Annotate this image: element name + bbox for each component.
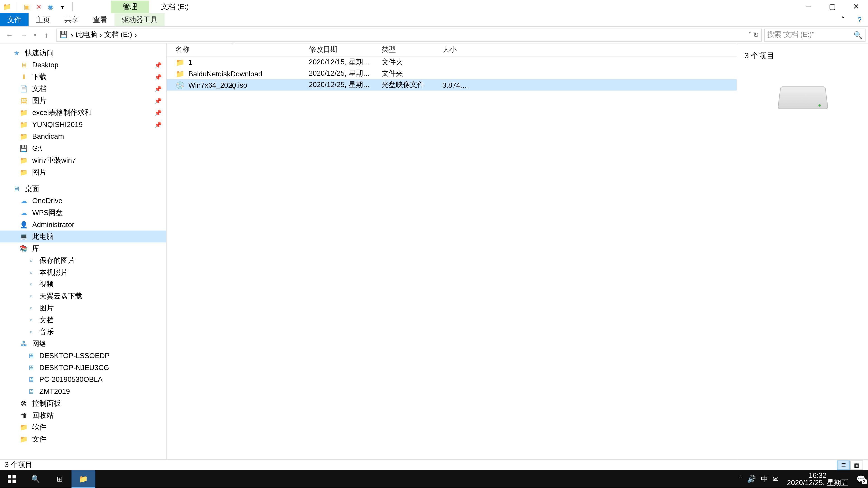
cloud-icon: ☁	[19, 196, 29, 205]
qat-dropdown-icon[interactable]: ▾	[58, 2, 67, 11]
column-name[interactable]: ˄名称	[167, 45, 301, 55]
ribbon-tab-drive-tools[interactable]: 驱动器工具	[114, 13, 164, 26]
file-type: 光盘映像文件	[373, 80, 434, 90]
tree-network-item[interactable]: 🖥ZMT2019	[0, 385, 166, 397]
view-thumbnails-button[interactable]: ▦	[850, 460, 863, 470]
forward-button[interactable]: →	[17, 28, 31, 42]
file-date: 2020/12/25, 星期五 1...	[301, 68, 373, 78]
network-icon: 🖧	[19, 339, 29, 348]
tree-qa-item[interactable]: 📁excel表格制作求和📌	[0, 107, 166, 119]
ribbon-collapse-icon[interactable]: ˄	[835, 13, 851, 26]
library-item-icon: ▫	[26, 303, 36, 313]
breadcrumb-current[interactable]: › 文档 (E:) ›	[99, 30, 137, 40]
tree-qa-item[interactable]: 💾G:\	[0, 142, 166, 154]
tray-app-icon[interactable]: ✉	[773, 475, 778, 483]
details-pane: 3 个项目	[737, 43, 868, 459]
column-type[interactable]: 类型	[373, 45, 434, 55]
tree-desktop-item[interactable]: ☁WPS网盘	[0, 207, 166, 219]
file-row[interactable]: 📁BaiduNetdiskDownload2020/12/25, 星期五 1..…	[167, 68, 737, 79]
tree-control-panel[interactable]: 🛠控制面板	[0, 397, 166, 410]
action-center-icon[interactable]: 💬3	[857, 475, 866, 483]
qat-delete-icon[interactable]: ✕	[34, 2, 43, 11]
folder-icon: 📁	[19, 156, 29, 165]
tree-desktop-item[interactable]: 📚库	[0, 242, 166, 254]
file-row[interactable]: 📁12020/12/15, 星期二 1...文件夹	[167, 57, 737, 68]
folder-icon: 📁	[19, 120, 29, 129]
file-size: 3,874,126...	[434, 80, 476, 89]
tree-network-item[interactable]: 🖥DESKTOP-NJEU3CG	[0, 362, 166, 374]
search-input[interactable]: 搜索"文档 (E:)" 🔍	[764, 28, 866, 41]
ribbon-tab-view[interactable]: 查看	[86, 13, 115, 26]
lib-icon: 📚	[19, 244, 29, 253]
qat-properties-icon[interactable]: ▣	[22, 2, 32, 11]
tree-library-item[interactable]: ▫音乐	[0, 326, 166, 338]
ribbon-tab-home[interactable]: 主页	[29, 13, 57, 26]
tree-qa-item[interactable]: 📄文档📌	[0, 83, 166, 95]
tree-qa-item[interactable]: 🖥Desktop📌	[0, 59, 166, 71]
start-button[interactable]	[0, 470, 24, 488]
ime-indicator[interactable]: 中	[761, 474, 768, 484]
tree-library-item[interactable]: ▫保存的图片	[0, 254, 166, 266]
tree-network-item[interactable]: 🖥PC-20190530OBLA	[0, 373, 166, 385]
tree-desktop[interactable]: 🖥桌面	[0, 183, 166, 195]
view-details-button[interactable]: ☰	[837, 460, 850, 470]
sort-asc-icon: ˄	[232, 42, 235, 48]
tree-network-item[interactable]: 🖥DESKTOP-LSSOEDP	[0, 350, 166, 362]
volume-icon[interactable]: 🔊	[747, 475, 756, 483]
tree-library-item[interactable]: ▫文档	[0, 314, 166, 326]
column-headers: ˄名称 修改日期 类型 大小	[167, 43, 737, 57]
tree-library-item[interactable]: ▫本机照片	[0, 266, 166, 278]
library-item-icon: ▫	[26, 327, 36, 337]
tree-qa-item[interactable]: 📁Bandicam	[0, 131, 166, 142]
help-icon[interactable]: ?	[851, 13, 868, 26]
close-button[interactable]: ✕	[844, 0, 868, 13]
column-date[interactable]: 修改日期	[301, 45, 373, 55]
tree-qa-item[interactable]: 📁图片	[0, 166, 166, 178]
tree-recycle-bin[interactable]: 🗑回收站	[0, 410, 166, 421]
file-list[interactable]: ˄名称 修改日期 类型 大小 📁12020/12/15, 星期二 1...文件夹…	[167, 43, 737, 459]
taskbar-explorer[interactable]: 📁	[71, 470, 95, 488]
tree-desktop-item[interactable]: 💻此电脑	[0, 231, 166, 242]
task-view-button[interactable]: ⊞	[48, 470, 71, 488]
back-button[interactable]: ←	[2, 28, 17, 42]
recent-dropdown-icon[interactable]: ▾	[31, 28, 39, 42]
minimize-button[interactable]: ─	[796, 0, 820, 13]
ribbon-tab-file[interactable]: 文件	[0, 13, 29, 26]
file-row[interactable]: 💿Win7x64_2020.iso2020/12/25, 星期五 1...光盘映…	[167, 79, 737, 91]
ribbon-context-tab[interactable]: 管理	[111, 0, 149, 13]
tree-library-item[interactable]: ▫天翼云盘下载	[0, 290, 166, 302]
address-dropdown-icon[interactable]: ˅	[748, 31, 752, 39]
folder-icon: 📁	[175, 57, 185, 67]
cloud-icon: ☁	[19, 208, 29, 217]
clock[interactable]: 16:32 2020/12/25, 星期五	[783, 472, 852, 486]
tree-library-item[interactable]: ▫视频	[0, 278, 166, 290]
tree-desktop-item[interactable]: 👤Administrator	[0, 219, 166, 231]
address-bar[interactable]: 💾 › 此电脑 › 文档 (E:) › ˅ ↻	[56, 28, 762, 41]
ribbon-tab-share[interactable]: 共享	[57, 13, 86, 26]
refresh-icon[interactable]: ↻	[753, 31, 759, 39]
qat-settings-icon[interactable]: ◉	[46, 2, 55, 11]
file-date: 2020/12/25, 星期五 1...	[301, 80, 373, 90]
tree-qa-item[interactable]: 📁win7重装win7	[0, 154, 166, 166]
breadcrumb-root[interactable]: › 此电脑	[71, 30, 97, 40]
tree-qa-item[interactable]: 📁YUNQISHI2019📌	[0, 119, 166, 131]
up-button[interactable]: ↑	[39, 28, 54, 42]
column-size[interactable]: 大小	[434, 45, 476, 55]
pin-icon: 📌	[154, 97, 162, 104]
navigation-tree[interactable]: ★快速访问 🖥Desktop📌⬇下载📌📄文档📌🖼图片📌📁excel表格制作求和📌…	[0, 43, 167, 459]
tree-qa-item[interactable]: ⬇下载📌	[0, 71, 166, 83]
tree-network[interactable]: 🖧网络	[0, 338, 166, 350]
search-button[interactable]: 🔍	[24, 470, 48, 488]
tree-qa-item[interactable]: 🖼图片📌	[0, 95, 166, 107]
desktop-icon: 🖥	[19, 60, 29, 70]
file-name: 1	[188, 58, 192, 66]
tree-library-item[interactable]: ▫图片	[0, 302, 166, 314]
tree-files[interactable]: 📁文件	[0, 433, 166, 445]
tree-quick-access[interactable]: ★快速访问	[0, 47, 166, 59]
tray-overflow-icon[interactable]: ˄	[739, 475, 742, 483]
app-icon: 📁	[2, 2, 12, 11]
file-date: 2020/12/15, 星期二 1...	[301, 57, 373, 67]
tree-desktop-item[interactable]: ☁OneDrive	[0, 195, 166, 207]
maximize-button[interactable]: ▢	[820, 0, 844, 13]
tree-software[interactable]: 📁软件	[0, 421, 166, 433]
